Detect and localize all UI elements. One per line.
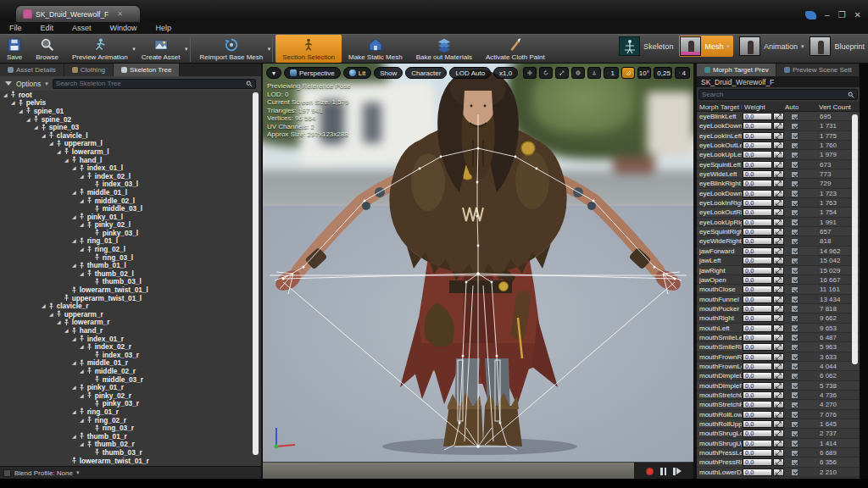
- expand-arrow-icon[interactable]: ◢: [49, 312, 53, 317]
- weight-drag-handle[interactable]: [773, 247, 784, 255]
- weight-drag-handle[interactable]: [773, 132, 784, 140]
- weight-input[interactable]: 0,0: [743, 440, 772, 447]
- perspective-button[interactable]: Perspective: [284, 67, 341, 79]
- morph-target-row[interactable]: eyeLookUpRight 0,0 1 991: [697, 218, 860, 227]
- bake-out-materials-button[interactable]: Bake out Materials: [409, 35, 479, 63]
- browse-button[interactable]: Browse: [29, 35, 65, 63]
- show-button[interactable]: Show: [374, 67, 403, 79]
- weight-input[interactable]: 0,0: [743, 208, 772, 216]
- weight-input[interactable]: 0,0: [743, 401, 772, 408]
- menu-item[interactable]: Edit: [31, 24, 64, 32]
- expand-arrow-icon[interactable]: ◢: [80, 247, 84, 252]
- morph-search-input[interactable]: [702, 91, 848, 98]
- bone-tree-row[interactable]: ◢ index_02_l: [0, 172, 251, 180]
- menu-item[interactable]: Help: [147, 24, 181, 32]
- expand-arrow-icon[interactable]: ◢: [72, 434, 76, 439]
- section-selection-button[interactable]: Section Selection: [275, 35, 342, 63]
- expand-arrow-icon[interactable]: ◢: [72, 214, 76, 219]
- morph-target-row[interactable]: mouthFunnel 0,0 13 434: [697, 295, 860, 304]
- auto-checkbox[interactable]: [791, 334, 798, 341]
- morph-target-row[interactable]: eyeLookDownLeft 0,0 1 731: [697, 121, 860, 130]
- morph-list-scrollbar[interactable]: [852, 114, 858, 364]
- col-weight[interactable]: Weight: [744, 103, 765, 111]
- title-bar[interactable]: SK_Druid_Werewolf_F ✕ – ❐ ✕: [0, 0, 868, 22]
- auto-checkbox[interactable]: [791, 200, 798, 208]
- morph-target-row[interactable]: eyeLookOutRight 0,0 1 754: [697, 208, 860, 217]
- auto-checkbox[interactable]: [791, 440, 798, 447]
- weight-input[interactable]: 0,0: [743, 469, 772, 476]
- auto-checkbox[interactable]: [791, 219, 798, 226]
- bone-tree-row[interactable]: ◢ upperarm_twist_01_l: [0, 294, 251, 302]
- bone-tree-row[interactable]: ◢ thumb_02_l: [0, 269, 251, 278]
- grid-snap-value[interactable]: 1: [610, 69, 614, 77]
- auto-checkbox[interactable]: [791, 171, 798, 179]
- expand-arrow-icon[interactable]: ◢: [72, 190, 76, 195]
- camera-speed-button[interactable]: 4: [675, 67, 690, 79]
- weight-input[interactable]: 0,0: [743, 276, 772, 284]
- menu-item[interactable]: Asset: [63, 24, 101, 32]
- auto-checkbox[interactable]: [791, 123, 798, 130]
- viewport-options-button[interactable]: ▾: [266, 67, 281, 79]
- weight-input[interactable]: 0,0: [743, 353, 772, 361]
- morph-target-row[interactable]: eyeLookOutLeft 0,0 1 760: [697, 141, 860, 150]
- expand-arrow-icon[interactable]: ◢: [49, 141, 53, 146]
- bone-tree-row[interactable]: ◢ clavicle_l: [0, 131, 251, 140]
- weight-drag-handle[interactable]: [773, 276, 784, 284]
- bone-tree-row[interactable]: ◢ thumb_01_l: [0, 261, 251, 269]
- weight-input[interactable]: 0,0: [743, 170, 772, 178]
- weight-drag-handle[interactable]: [773, 314, 784, 322]
- auto-checkbox[interactable]: [791, 450, 798, 458]
- weight-input[interactable]: 0,0: [743, 286, 772, 293]
- weight-drag-handle[interactable]: [773, 113, 784, 120]
- weight-input[interactable]: 0,0: [743, 161, 772, 169]
- weight-drag-handle[interactable]: [773, 199, 784, 207]
- auto-checkbox[interactable]: [791, 247, 798, 255]
- weight-drag-handle[interactable]: [773, 190, 784, 197]
- auto-checkbox[interactable]: [791, 305, 798, 313]
- auto-checkbox[interactable]: [791, 411, 798, 419]
- bone-tree-row[interactable]: ◢ middle_02_l: [0, 197, 251, 205]
- weight-input[interactable]: 0,0: [743, 458, 772, 466]
- morph-target-row[interactable]: mouthClose 0,0 11 161: [697, 285, 860, 294]
- weight-drag-handle[interactable]: [773, 267, 784, 274]
- pause-button[interactable]: [660, 468, 666, 475]
- weight-drag-handle[interactable]: [773, 469, 784, 476]
- col-vert-count[interactable]: Vert Count: [819, 103, 851, 111]
- tree-scrollbar[interactable]: [253, 92, 259, 455]
- weight-input[interactable]: 0,0: [743, 151, 772, 158]
- auto-checkbox[interactable]: [791, 152, 798, 159]
- bone-tree-row[interactable]: ◢ index_03_r: [0, 351, 251, 359]
- expand-arrow-icon[interactable]: ◢: [26, 117, 31, 122]
- weight-input[interactable]: 0,0: [743, 411, 772, 419]
- expand-arrow-icon[interactable]: ◢: [57, 319, 61, 324]
- auto-checkbox[interactable]: [791, 391, 798, 399]
- lit-button[interactable]: Lit: [343, 67, 371, 79]
- playback-speed-button[interactable]: x1,0: [493, 67, 518, 79]
- record-button[interactable]: [646, 468, 654, 475]
- mode-skeleton[interactable]: Skeleton: [619, 36, 673, 56]
- morph-target-row[interactable]: mouthStretchRight 0,0 4 270: [697, 400, 860, 409]
- bone-tree-row[interactable]: ◢ thumb_01_r: [0, 432, 251, 441]
- bone-tree-row[interactable]: ◢ thumb_03_l: [0, 278, 251, 286]
- expand-arrow-icon[interactable]: ◢: [80, 198, 84, 203]
- bone-tree-row[interactable]: ◢ middle_03_l: [0, 204, 251, 213]
- weight-input[interactable]: 0,0: [743, 199, 772, 207]
- morph-target-row[interactable]: mouthSmileLeft 0,0 6 487: [697, 333, 860, 342]
- auto-checkbox[interactable]: [791, 353, 798, 361]
- bone-tree-row[interactable]: ◢ lowerarm_l: [0, 147, 251, 156]
- scale-snap-value-button[interactable]: 0,25: [654, 67, 672, 79]
- auto-checkbox[interactable]: [791, 267, 798, 274]
- weight-drag-handle[interactable]: [773, 170, 784, 178]
- bone-tree-row[interactable]: ◢ index_02_r: [0, 342, 251, 351]
- morph-target-row[interactable]: eyeLookInRight 0,0 1 763: [697, 198, 860, 208]
- morph-target-row[interactable]: eyeBlinkLeft 0,0 695: [697, 112, 860, 121]
- weight-input[interactable]: 0,0: [743, 219, 772, 226]
- weight-input[interactable]: 0,0: [743, 190, 772, 197]
- expand-arrow-icon[interactable]: ◢: [80, 174, 84, 179]
- auto-checkbox[interactable]: [791, 209, 798, 217]
- expand-arrow-icon[interactable]: ◢: [72, 360, 76, 365]
- expand-arrow-icon[interactable]: ◢: [64, 158, 69, 163]
- lod-auto-button[interactable]: LOD Auto: [449, 67, 491, 79]
- menu-item[interactable]: Window: [101, 24, 147, 32]
- weight-drag-handle[interactable]: [773, 122, 784, 130]
